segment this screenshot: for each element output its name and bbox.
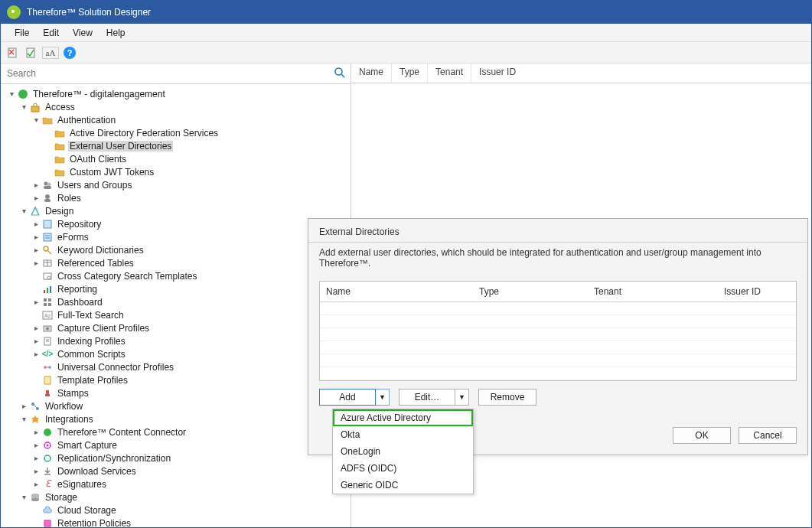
tree-workflow[interactable]: ▸Workflow	[7, 399, 351, 412]
caret-right-icon[interactable]: ▸	[31, 233, 41, 241]
edit-split-button[interactable]: Edit… ▼	[399, 389, 469, 406]
grid-col-type[interactable]: Type	[473, 282, 588, 301]
caret-down-icon[interactable]: ▾	[31, 116, 41, 124]
toolbar-btn-2[interactable]	[24, 45, 39, 60]
caret-right-icon[interactable]: ▸	[31, 441, 41, 449]
tree-repository[interactable]: ▸Repository	[7, 217, 351, 230]
tree-keyword-dictionaries[interactable]: ▸Keyword Dictionaries	[7, 243, 351, 256]
add-split-button[interactable]: Add ▼	[319, 389, 390, 406]
menu-view[interactable]: View	[67, 25, 99, 41]
caret-right-icon[interactable]: ▸	[31, 480, 41, 488]
edit-dropdown-arrow[interactable]: ▼	[455, 389, 469, 406]
tree-replication-sync[interactable]: ▸Replication/Synchronization	[7, 451, 351, 464]
svg-point-7	[47, 182, 51, 186]
edit-button[interactable]: Edit…	[399, 389, 455, 406]
caret-right-icon[interactable]: ▸	[31, 467, 41, 475]
caret-down-icon[interactable]: ▾	[19, 207, 28, 215]
tree-access[interactable]: ▾Access	[7, 100, 351, 113]
caret-right-icon[interactable]: ▸	[19, 402, 28, 410]
tree-root[interactable]: ▾Therefore™ - digitalengagement	[7, 87, 351, 100]
tree-storage[interactable]: ▾Storage	[7, 491, 351, 504]
col-name[interactable]: Name	[351, 64, 392, 83]
caret-right-icon[interactable]: ▸	[31, 259, 41, 267]
tree-external-user-directories[interactable]: External User Directories	[7, 139, 351, 152]
caret-down-icon[interactable]: ▾	[7, 90, 16, 98]
cancel-button[interactable]: Cancel	[739, 427, 797, 444]
tree-referenced-tables[interactable]: ▸Referenced Tables	[7, 256, 351, 269]
toolbar-btn-text-size[interactable]: aA	[42, 47, 59, 59]
tree-design[interactable]: ▾Design	[7, 204, 351, 217]
menu-file[interactable]: File	[8, 25, 35, 41]
menu-help[interactable]: Help	[100, 25, 132, 41]
col-type[interactable]: Type	[392, 64, 428, 83]
caret-right-icon[interactable]: ▸	[31, 428, 41, 436]
tree-template-profiles[interactable]: Template Profiles	[7, 373, 351, 386]
grid-col-name[interactable]: Name	[320, 282, 473, 301]
caret-right-icon[interactable]: ▸	[31, 194, 41, 202]
tree-integrations[interactable]: ▾Integrations	[7, 412, 351, 425]
tree-capture-profiles[interactable]: ▸Capture Client Profiles	[7, 321, 351, 334]
tree-full-text-search[interactable]: AzFull-Text Search	[7, 308, 351, 321]
signature-icon: Ɛ	[41, 478, 54, 491]
menu-edit[interactable]: Edit	[37, 25, 65, 41]
tree-eforms[interactable]: ▸eForms	[7, 230, 351, 243]
dialog-title: External Directories	[308, 219, 807, 242]
caret-right-icon[interactable]: ▸	[31, 181, 41, 189]
search-input[interactable]	[1, 64, 351, 83]
tree-smart-capture[interactable]: ▸Smart Capture	[7, 438, 351, 451]
dropdown-item-okta[interactable]: Okta	[333, 426, 473, 443]
caret-right-icon[interactable]: ▸	[31, 220, 41, 228]
add-dropdown-arrow[interactable]: ▼	[376, 389, 390, 406]
tree-esignatures[interactable]: ▸ƐeSignatures	[7, 477, 351, 491]
table-row[interactable]	[320, 341, 796, 354]
tree-custom-jwt[interactable]: Custom JWT Tokens	[7, 165, 351, 178]
caret-right-icon[interactable]: ▸	[31, 337, 41, 345]
caret-right-icon[interactable]: ▸	[31, 350, 41, 358]
tree-stamps[interactable]: Stamps	[7, 386, 351, 399]
users-icon	[41, 179, 54, 191]
table-row[interactable]	[320, 315, 796, 328]
toolbar-help-button[interactable]: ?	[62, 45, 77, 60]
tree-dashboard[interactable]: ▸Dashboard	[7, 295, 351, 308]
tree-content-connector[interactable]: ▸Therefore™ Content Connector	[7, 425, 351, 438]
toolbar-btn-1[interactable]	[5, 45, 21, 60]
tree-retention-policies[interactable]: Retention Policies	[7, 517, 351, 527]
tree-roles[interactable]: ▸Roles	[7, 191, 351, 204]
grid-col-tenant[interactable]: Tenant	[588, 282, 718, 301]
tree-common-scripts[interactable]: ▸</>Common Scripts	[7, 347, 351, 360]
tree-download-services[interactable]: ▸Download Services	[7, 464, 351, 477]
grid-col-issuer[interactable]: Issuer ID	[718, 282, 796, 301]
caret-down-icon[interactable]: ▾	[19, 493, 28, 501]
col-tenant[interactable]: Tenant	[428, 64, 471, 83]
svg-point-9	[45, 194, 50, 199]
caret-down-icon[interactable]: ▾	[19, 103, 28, 111]
tree-universal-connector-profiles[interactable]: Universal Connector Profiles	[7, 360, 351, 373]
tree-cloud-storage[interactable]: Cloud Storage	[7, 504, 351, 517]
ok-button[interactable]: OK	[673, 427, 731, 444]
caret-right-icon[interactable]: ▸	[31, 454, 41, 462]
tree-users-groups[interactable]: ▸Users and Groups	[7, 178, 351, 191]
dropdown-item-generic-oidc[interactable]: Generic OIDC	[333, 477, 473, 494]
tree-cross-category-search[interactable]: Cross Category Search Templates	[7, 269, 351, 282]
tree-indexing-profiles[interactable]: ▸Indexing Profiles	[7, 334, 351, 347]
tree-reporting[interactable]: Reporting	[7, 282, 351, 295]
table-row[interactable]	[320, 354, 796, 367]
search-icon[interactable]	[334, 67, 346, 79]
table-row[interactable]	[320, 367, 796, 380]
tree-authentication[interactable]: ▾Authentication	[7, 113, 351, 126]
svg-point-45	[44, 429, 51, 436]
table-row[interactable]	[320, 328, 796, 341]
table-row[interactable]	[320, 302, 796, 315]
remove-button[interactable]: Remove	[478, 389, 536, 406]
add-button[interactable]: Add	[319, 389, 376, 406]
caret-right-icon[interactable]: ▸	[31, 298, 41, 306]
dropdown-item-azure-ad[interactable]: Azure Active Directory	[333, 409, 473, 426]
dropdown-item-onelogin[interactable]: OneLogin	[333, 443, 473, 460]
caret-right-icon[interactable]: ▸	[31, 246, 41, 254]
caret-right-icon[interactable]: ▸	[31, 324, 41, 332]
tree-adfs[interactable]: Active Directory Federation Services	[7, 126, 351, 139]
col-issuer[interactable]: Issuer ID	[471, 64, 523, 83]
caret-down-icon[interactable]: ▾	[19, 415, 28, 423]
dropdown-item-adfs-oidc[interactable]: ADFS (OIDC)	[333, 460, 473, 477]
tree-oauth-clients[interactable]: OAuth Clients	[7, 152, 351, 165]
